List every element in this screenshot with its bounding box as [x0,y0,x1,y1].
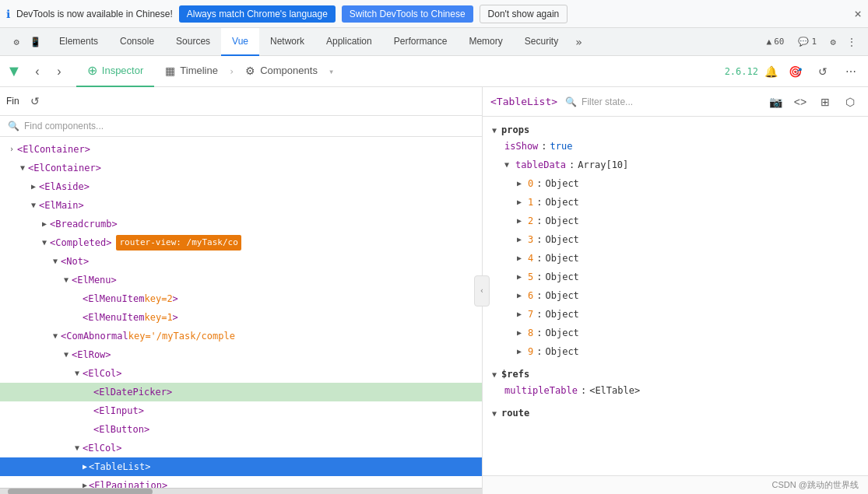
tab-vue[interactable]: Vue [221,28,259,56]
section-toggle-icon[interactable]: ▼ [492,409,497,418]
timeline-label: Timeline [180,65,218,76]
tree-toggle[interactable] [50,256,61,267]
layout-button[interactable]: ⊞ [815,92,835,112]
tab-performance[interactable]: Performance [383,28,459,56]
tab-timeline[interactable]: ▦ Timeline [154,56,229,87]
tree-node-elcol-2[interactable]: <ElCol> [0,439,482,457]
more-options-icon[interactable]: ⋮ [845,35,859,49]
tree-toggle[interactable] [61,349,72,360]
back-button[interactable]: ‹ [26,61,48,82]
prop-expand-toggle[interactable] [504,157,509,173]
tree-node-eldatepicker[interactable]: <ElDatePicker> [0,383,482,401]
notification-close-icon[interactable]: × [854,6,862,21]
camera-icon[interactable]: 🎯 [784,61,806,82]
more-menu-icon[interactable]: ⋯ [840,61,862,82]
section-toggle-icon[interactable]: ▼ [492,126,497,135]
tree-node-completed[interactable]: <Completed> router-view: /myTask/co [0,233,482,252]
device-icon[interactable]: 📱 [28,35,42,49]
match-language-button[interactable]: Always match Chrome's language [179,5,336,23]
tree-node-elcol-1[interactable]: <ElCol> [0,364,482,383]
section-toggle-icon[interactable]: ▼ [492,370,497,379]
prop-index: 3 [528,232,533,247]
tree-node-comabnormal[interactable]: <ComAbnormal key='/myTask/comple [0,327,482,345]
tree-toggle[interactable] [39,219,50,229]
panel-collapse-handle[interactable]: ‹ [474,275,490,307]
filter-state-input[interactable]: 🔍 Filter state... [565,96,757,107]
tree-node-elmenuitem-2[interactable]: <ElMenuItem key=2> [0,289,482,308]
prop-expand-toggle[interactable] [517,194,522,210]
tree-toggle[interactable] [61,275,72,286]
prop-expand-toggle[interactable] [517,251,522,266]
update-alert-icon[interactable]: 🔔 [764,65,778,78]
refresh-tree-button[interactable]: ↺ [26,92,44,110]
prop-expand-toggle[interactable] [517,344,522,359]
dont-show-again-button[interactable]: Don't show again [480,5,568,23]
filter-search-icon: 🔍 [565,96,577,107]
prop-expand-toggle[interactable] [517,213,522,229]
tree-toggle[interactable] [72,443,83,454]
tree-tag: <ElContainer> [28,160,101,176]
tab-security[interactable]: Security [514,28,569,56]
prop-index: 7 [528,307,533,322]
tree-node-elinput[interactable]: <ElInput> [0,401,482,420]
tab-network[interactable]: Network [259,28,315,56]
tree-node-elcontainer-outer[interactable]: › <ElContainer> [0,140,482,159]
tree-tag-close: > [173,310,178,325]
tree-tag: <ElMenuItem [83,291,144,307]
components-dropdown-icon[interactable]: ▾ [329,66,334,77]
inspect-icon[interactable]: ⚙ [9,35,23,49]
prop-value: true [550,138,573,154]
tree-node-elcontainer[interactable]: <ElContainer> [0,159,482,177]
tab-overflow-icon[interactable]: » [569,36,588,48]
tree-node-elaside[interactable]: <ElAside> [0,177,482,196]
tree-node-elbutton[interactable]: <ElButton> [0,420,482,439]
chat-badge[interactable]: 💬 1 [793,35,821,48]
tab-elements[interactable]: Elements [48,28,109,56]
settings-gear-icon[interactable]: ⚙ [826,35,840,49]
code-view-button[interactable]: <> [790,92,810,112]
tree-toggle[interactable]: › [6,144,17,155]
tree-node-elrow[interactable]: <ElRow> [0,345,482,364]
tree-toggle[interactable] [50,331,61,342]
refresh-icon[interactable]: ↺ [812,61,834,82]
prop-index: 8 [528,325,533,341]
warning-badge[interactable]: ▲ 60 [762,35,789,48]
prop-expand-toggle[interactable] [517,269,522,285]
component-search-bar[interactable]: 🔍 Find components... [0,116,482,137]
tree-node-elmain[interactable]: <ElMain> [0,196,482,215]
tab-memory[interactable]: Memory [458,28,513,56]
tab-components[interactable]: ⚙ Components [234,56,329,87]
tree-toggle[interactable] [17,163,28,173]
prop-expand-toggle[interactable] [517,232,522,247]
vue-toolbar: ▼ ‹ › ⊕ Inspector ▦ Timeline › ⚙ Compone… [0,56,868,87]
tree-node-elmenu[interactable]: <ElMenu> [0,271,482,289]
prop-expand-toggle[interactable] [517,288,522,303]
tab-application[interactable]: Application [315,28,383,56]
tree-toggle[interactable] [28,200,39,211]
switch-chinese-button[interactable]: Switch DevTools to Chinese [342,5,473,23]
tree-node-tablelist[interactable]: ▶ <TableList> [0,457,482,476]
prop-expand-toggle[interactable] [517,176,522,191]
tab-console[interactable]: Console [109,28,165,56]
scrollbar-thumb[interactable] [8,489,153,494]
props-section-header[interactable]: ▼ props [483,123,868,137]
open-external-button[interactable]: ⬡ [840,92,860,112]
route-section-header[interactable]: ▼ route [483,406,868,420]
tree-node-elpagination[interactable]: ▶ <ElPagination> [0,476,482,488]
tree-toggle[interactable]: ▶ [83,478,87,488]
tree-toggle[interactable] [39,237,50,248]
prop-expand-toggle[interactable] [517,307,522,322]
tree-horizontal-scrollbar[interactable] [0,488,482,494]
tab-inspector[interactable]: ⊕ Inspector [76,56,154,87]
tree-toggle-selected[interactable]: ▶ [83,459,87,475]
prop-expand-toggle[interactable] [517,325,522,341]
tree-node-not[interactable]: <Not> [0,252,482,271]
tree-toggle[interactable] [72,368,83,379]
screenshot-icon-button[interactable]: 📷 [765,92,785,112]
forward-button[interactable]: › [48,61,70,82]
tree-node-breadcrumb[interactable]: <Breadcrumb> [0,215,482,233]
refs-section-header[interactable]: ▼ $refs [483,367,868,381]
tree-node-elmenuitem-1[interactable]: <ElMenuItem key=1> [0,308,482,327]
tree-toggle[interactable] [28,181,39,192]
tab-sources[interactable]: Sources [165,28,221,56]
